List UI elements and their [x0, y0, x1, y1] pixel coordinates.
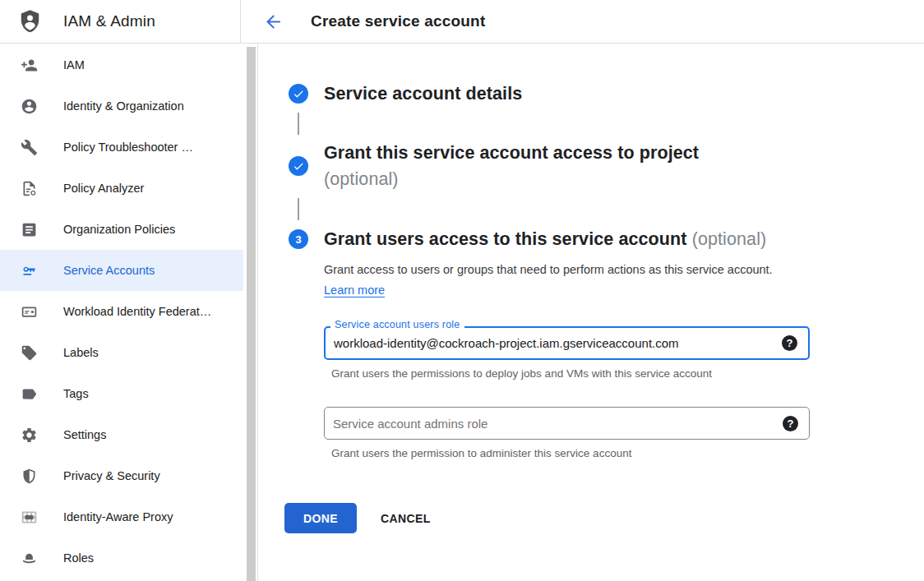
- sidebar-item-identity-aware-proxy[interactable]: Identity-Aware Proxy: [0, 496, 243, 537]
- sidebar-item-policy-analyzer[interactable]: Policy Analyzer: [0, 168, 243, 209]
- tag-arrow-icon: [21, 385, 38, 403]
- sidebar-item-organization-policies[interactable]: Organization Policies: [0, 209, 243, 250]
- gear-icon: [21, 427, 38, 444]
- sidebar-item-label: Policy Troubleshooter …: [63, 141, 193, 154]
- step-connector: [298, 113, 299, 135]
- sidebar-nav: IAM Identity & Organization Policy Troub…: [0, 44, 258, 581]
- step-3-description: Grant access to users or groups that nee…: [324, 260, 782, 301]
- hat-icon: [21, 550, 38, 567]
- step-2-optional-label: (optional): [324, 166, 699, 192]
- article-icon: [21, 221, 38, 238]
- learn-more-link[interactable]: Learn more: [324, 284, 385, 297]
- sidebar-item-label: Identity & Organization: [63, 99, 184, 113]
- sidebar-item-policy-troubleshooter[interactable]: Policy Troubleshooter …: [0, 127, 243, 168]
- sidebar-item-identity-organization[interactable]: Identity & Organization: [0, 85, 243, 127]
- page-header: Create service account: [241, 0, 924, 43]
- step-1-title: Service account details: [324, 84, 522, 104]
- iam-admin-app: IAM & Admin Create service account IAM I…: [0, 0, 924, 581]
- sidebar-item-settings[interactable]: Settings: [0, 414, 243, 455]
- iam-shield-logo-icon: [18, 9, 42, 35]
- sidebar-item-label: Identity-Aware Proxy: [63, 510, 173, 523]
- service-account-admins-role-input[interactable]: [333, 417, 783, 431]
- person-add-icon: [21, 57, 38, 74]
- back-arrow-icon[interactable]: [262, 11, 284, 32]
- form-actions: DONE CANCEL: [284, 503, 810, 533]
- cancel-button[interactable]: CANCEL: [381, 512, 431, 525]
- users-role-helper-text: Grant users the permissions to deploy jo…: [324, 367, 810, 380]
- badge-card-icon: [21, 303, 38, 320]
- step-3-number: 3: [295, 233, 301, 246]
- policy-analyzer-icon: [21, 180, 38, 197]
- service-account-users-role-input[interactable]: [334, 336, 782, 350]
- create-service-account-form: Service account details Grant this servi…: [258, 44, 924, 581]
- sidebar-item-label: Settings: [63, 428, 106, 441]
- sidebar-item-label: Organization Policies: [63, 223, 175, 236]
- sidebar-item-label: Privacy & Security: [63, 469, 160, 482]
- sidebar-item-tags[interactable]: Tags: [0, 373, 243, 414]
- service-account-admins-role-field: ?: [324, 407, 810, 440]
- step-3-optional-label: (optional): [692, 229, 767, 249]
- step-2-check-icon: [289, 156, 308, 176]
- wrench-icon: [21, 139, 38, 156]
- sidebar-item-privacy-security[interactable]: Privacy & Security: [0, 455, 243, 496]
- sidebar-item-label: Roles: [63, 551, 94, 565]
- sidebar-scrollbar[interactable]: [247, 47, 256, 581]
- sidebar-item-service-accounts[interactable]: Service Accounts: [0, 250, 243, 291]
- app-title: IAM & Admin: [63, 12, 155, 30]
- help-icon[interactable]: ?: [783, 416, 798, 431]
- sidebar-item-workload-identity-federation[interactable]: Workload Identity Federat…: [0, 291, 243, 332]
- step-2-title: Grant this service account access to pro…: [324, 140, 699, 166]
- step-1-service-account-details: Service account details: [258, 81, 924, 107]
- sidebar-item-label: Labels: [63, 346, 99, 359]
- sidebar-item-roles[interactable]: Roles: [0, 537, 243, 579]
- step-3-grant-users-access: 3 Grant users access to this service acc…: [258, 227, 924, 533]
- stepper: Service account details Grant this servi…: [258, 44, 924, 533]
- sidebar-item-label: IAM: [63, 58, 85, 71]
- sidebar-item-label: Workload Identity Federat…: [63, 305, 211, 318]
- done-button[interactable]: DONE: [284, 503, 357, 533]
- service-account-users-role-field: Service account users role ?: [324, 326, 810, 360]
- admins-role-helper-text: Grant users the permission to administer…: [324, 447, 810, 459]
- step-3-title: Grant users access to this service accou…: [324, 229, 687, 249]
- top-bar: IAM & Admin Create service account: [0, 0, 924, 44]
- field-floating-label: Service account users role: [330, 319, 464, 330]
- sidebar-item-label: Policy Analyzer: [63, 182, 144, 195]
- service-account-users-role-textbox[interactable]: ?: [324, 326, 810, 360]
- sidebar-item-label: Service Accounts: [63, 264, 155, 277]
- account-circle-icon: [21, 98, 38, 115]
- proxy-frame-icon: [21, 509, 38, 526]
- step-3-number-badge: 3: [289, 229, 308, 249]
- step-connector: [298, 198, 299, 220]
- sidebar-item-label: Tags: [63, 387, 89, 400]
- sidebar-scrollbar-thumb[interactable]: [247, 47, 256, 581]
- shield-half-icon: [21, 468, 38, 485]
- label-tag-icon: [21, 344, 38, 362]
- step-2-grant-access-to-project: Grant this service account access to pro…: [258, 140, 924, 192]
- page-title: Create service account: [311, 12, 485, 30]
- sidebar-item-iam[interactable]: IAM: [0, 44, 243, 85]
- sidebar-item-labels[interactable]: Labels: [0, 332, 243, 373]
- service-account-admins-role-textbox[interactable]: ?: [324, 407, 810, 440]
- help-icon[interactable]: ?: [782, 335, 797, 351]
- sidebar-header: IAM & Admin: [0, 0, 241, 43]
- step-1-check-icon: [289, 84, 308, 104]
- service-account-icon: [21, 262, 38, 279]
- step-3-heading: Grant users access to this service accou…: [324, 227, 810, 251]
